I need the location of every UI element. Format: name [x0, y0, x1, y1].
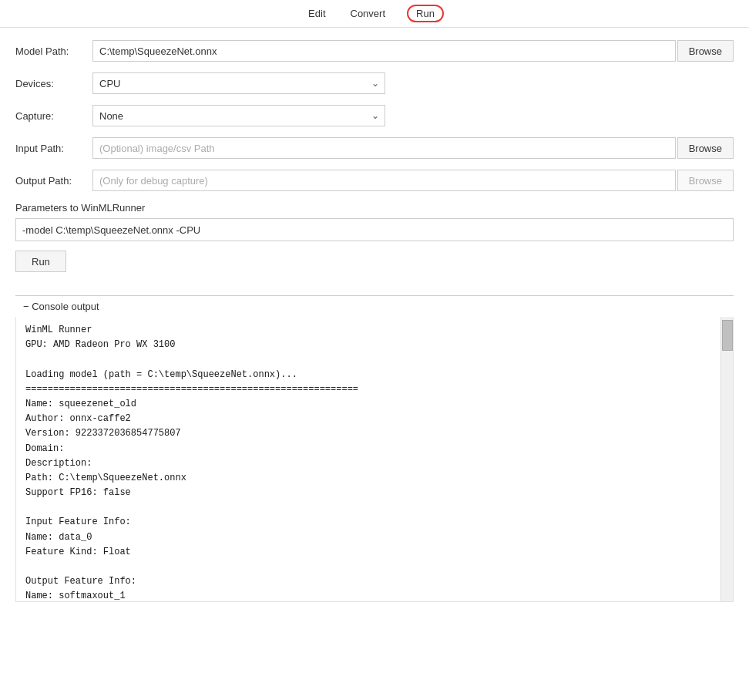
- console-output-wrapper: WinML Runner GPU: AMD Radeon Pro WX 3100…: [15, 317, 734, 602]
- menu-edit[interactable]: Edit: [305, 6, 328, 21]
- devices-select-wrapper: CPU GPU DirectX ⌄: [92, 72, 385, 94]
- input-path-row: Input Path: Browse: [15, 137, 734, 159]
- output-path-label: Output Path:: [15, 175, 92, 187]
- model-path-input[interactable]: [92, 40, 676, 62]
- output-path-input[interactable]: [92, 170, 676, 191]
- model-path-label: Model Path:: [15, 45, 92, 57]
- menu-bar: Edit Convert Run: [0, 0, 749, 28]
- main-content: Model Path: Browse Devices: CPU GPU Dire…: [0, 28, 749, 614]
- input-path-label: Input Path:: [15, 143, 92, 154]
- capture-row: Capture: None CSV Image ⌄: [15, 105, 734, 126]
- params-label: Parameters to WinMLRunner: [15, 202, 734, 214]
- menu-run[interactable]: Run: [407, 5, 444, 22]
- devices-select[interactable]: CPU GPU DirectX: [92, 72, 385, 94]
- input-path-browse-button[interactable]: Browse: [677, 137, 734, 159]
- output-path-row: Output Path: Browse: [15, 170, 734, 191]
- capture-select-wrapper: None CSV Image ⌄: [92, 105, 385, 126]
- devices-row: Devices: CPU GPU DirectX ⌄: [15, 72, 734, 94]
- params-section: Parameters to WinMLRunner: [15, 202, 734, 241]
- output-path-browse-button[interactable]: Browse: [677, 170, 734, 191]
- devices-label: Devices:: [15, 78, 92, 89]
- console-section: − Console output WinML Runner GPU: AMD R…: [15, 295, 734, 602]
- console-header[interactable]: − Console output: [15, 296, 734, 317]
- input-path-input[interactable]: [92, 137, 676, 159]
- menu-convert[interactable]: Convert: [348, 6, 389, 21]
- model-path-browse-button[interactable]: Browse: [677, 40, 734, 62]
- console-scrollbar-track[interactable]: [720, 317, 733, 601]
- capture-label: Capture:: [15, 110, 92, 122]
- model-path-row: Model Path: Browse: [15, 40, 734, 62]
- console-output: WinML Runner GPU: AMD Radeon Pro WX 3100…: [16, 317, 720, 601]
- capture-select[interactable]: None CSV Image: [92, 105, 385, 126]
- run-button[interactable]: Run: [15, 251, 66, 272]
- params-input[interactable]: [15, 218, 734, 241]
- console-scrollbar-thumb[interactable]: [722, 320, 733, 351]
